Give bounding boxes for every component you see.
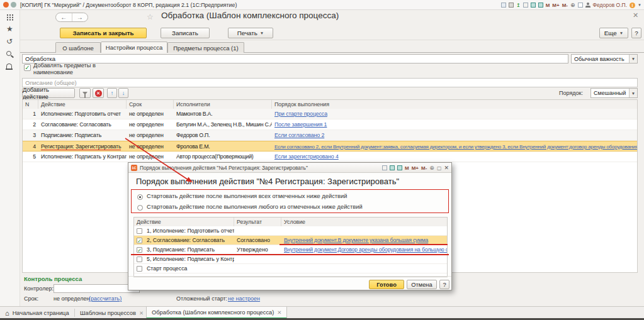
favorite-star-icon[interactable]: ☆ bbox=[147, 13, 154, 21]
column-header-action[interactable]: Действие bbox=[38, 100, 127, 109]
zoom-icon[interactable]: ⊕ bbox=[429, 165, 434, 171]
taskbar-tab-processing[interactable]: Обработка (Шаблон комплексного процесса)… bbox=[146, 307, 287, 319]
description-input[interactable] bbox=[22, 78, 638, 87]
column-header-result[interactable]: Результат bbox=[234, 218, 281, 226]
stop-icon[interactable]: ✕ bbox=[93, 88, 104, 98]
order-link[interactable]: Если зарегистрировано 4 bbox=[274, 153, 339, 160]
memory-m-button[interactable]: М bbox=[546, 3, 550, 8]
dependency-table: Действие Результат Условие 1, Исполнение… bbox=[133, 217, 448, 277]
cancel-button[interactable]: Отмена bbox=[407, 280, 437, 289]
info-icon[interactable]: i bbox=[630, 3, 635, 8]
calculator-icon[interactable] bbox=[538, 3, 543, 8]
maximize-icon[interactable]: ▢ bbox=[437, 165, 442, 171]
preview-icon[interactable] bbox=[382, 165, 387, 170]
memory-mplus-button[interactable]: М+ bbox=[412, 165, 419, 171]
table-row[interactable]: 3, Подписание: Подписать Утверждено Внут… bbox=[134, 245, 447, 255]
term-cell: не определен bbox=[127, 152, 174, 162]
column-header-performers[interactable]: Исполнители bbox=[174, 100, 272, 109]
order-select[interactable]: Смешанный ▼ bbox=[590, 88, 638, 98]
close-icon[interactable]: ✕ bbox=[633, 11, 638, 19]
table-row[interactable]: 1 Исполнение: Подготовить отчет не опред… bbox=[23, 109, 637, 119]
menu-grid-icon[interactable] bbox=[6, 14, 14, 21]
close-icon[interactable]: ✕ bbox=[444, 165, 449, 171]
dialog-titlebar[interactable]: 1С Порядок выполнения действия "№4 Регис… bbox=[128, 163, 451, 173]
zoom-icon[interactable]: ⊕ bbox=[570, 2, 575, 8]
row-checkbox[interactable] bbox=[137, 266, 142, 272]
table-row[interactable]: Старт процесса bbox=[134, 264, 447, 273]
importance-select[interactable]: Обычная важность ▼ bbox=[571, 54, 638, 63]
order-link[interactable]: Если согласовано 2 bbox=[274, 132, 324, 138]
row-checkbox[interactable] bbox=[137, 238, 142, 243]
controller-input[interactable] bbox=[54, 284, 140, 293]
column-header-term[interactable]: Срок bbox=[127, 100, 174, 109]
back-button[interactable]: ← bbox=[56, 13, 72, 21]
close-tab-icon[interactable]: ✕ bbox=[277, 309, 281, 316]
dialog-help-button[interactable]: ? bbox=[439, 280, 449, 289]
column-header-condition[interactable]: Условие bbox=[281, 218, 447, 226]
calculator-icon[interactable] bbox=[397, 165, 402, 170]
table-row[interactable]: 3 Подписание: Подписать не определен Фед… bbox=[23, 130, 637, 141]
preview-icon[interactable] bbox=[523, 3, 528, 8]
table-row-selected[interactable]: 4 Регистрация: Зарегистрировать не опред… bbox=[23, 141, 637, 152]
forward-button[interactable]: → bbox=[72, 13, 88, 21]
memory-m-button[interactable]: М bbox=[405, 165, 409, 171]
memory-mminus-button[interactable]: М- bbox=[562, 3, 568, 8]
add-subjects-checkbox[interactable] bbox=[24, 64, 31, 71]
os-titlebar: [КОПИЯ] ГК "Меркурий" / Документооборот … bbox=[0, 0, 644, 10]
taskbar-tab-home[interactable]: ⌂ Начальная страница bbox=[0, 307, 74, 319]
current-user[interactable]: Федоров О.П. bbox=[593, 2, 627, 8]
annotation-box bbox=[131, 189, 449, 213]
close-tab-icon[interactable]: ✕ bbox=[139, 310, 144, 316]
chevron-down-icon[interactable]: ▼ bbox=[629, 55, 637, 63]
move-up-button[interactable]: ↑ bbox=[107, 88, 117, 98]
tab-process-settings[interactable]: Настройки процесса bbox=[101, 41, 167, 53]
split-view-icon[interactable] bbox=[578, 3, 583, 8]
dialog-titlebar-text: Порядок выполнения действия "№4 Регистра… bbox=[140, 165, 308, 171]
column-header-order[interactable]: Порядок выполнения bbox=[272, 100, 637, 109]
history-icon[interactable]: ↺ bbox=[6, 38, 13, 45]
chevron-down-icon[interactable]: ▼ bbox=[629, 89, 637, 97]
calendar-icon[interactable] bbox=[531, 3, 536, 8]
order-link[interactable]: После завершения 1 bbox=[274, 121, 327, 128]
action-cell: 3, Подписание: Подписать bbox=[144, 245, 234, 254]
save-icon[interactable] bbox=[501, 3, 506, 8]
term-calculate-link[interactable]: (рассчитать) bbox=[89, 295, 121, 302]
row-checkbox[interactable] bbox=[137, 247, 142, 253]
import-icon[interactable]: ↥ bbox=[516, 3, 521, 8]
more-button[interactable]: Еще▼ bbox=[599, 28, 628, 38]
search-icon[interactable] bbox=[6, 51, 11, 56]
term-cell: не определен bbox=[127, 119, 174, 130]
notifications-bell-icon[interactable] bbox=[6, 63, 12, 69]
chevron-down-icon[interactable]: ▼ bbox=[638, 3, 641, 7]
move-down-button[interactable]: ↓ bbox=[118, 88, 128, 98]
importance-value: Обычная важность bbox=[572, 55, 629, 63]
print-icon[interactable] bbox=[509, 3, 514, 8]
memory-mplus-button[interactable]: М+ bbox=[552, 3, 559, 8]
help-button[interactable]: ? bbox=[631, 28, 641, 38]
order-link[interactable]: Если согласовано 2, если Внутренний доку… bbox=[274, 144, 637, 150]
taskbar-tab-templates[interactable]: Шаблоны процессов ✕ bbox=[75, 307, 149, 319]
save-button[interactable]: Записать bbox=[161, 28, 210, 38]
row-checkbox[interactable] bbox=[137, 257, 142, 262]
print-button[interactable]: Печать▼ bbox=[228, 28, 273, 38]
table-row[interactable]: 1, Исполнение: Подготовить отчет bbox=[134, 226, 447, 236]
column-header-action[interactable]: Действие bbox=[134, 218, 234, 226]
filter-icon[interactable] bbox=[79, 88, 91, 98]
deferred-start-link[interactable]: не настроен bbox=[228, 295, 260, 302]
table-row[interactable]: 5 Исполнение: Подписать у Контрагента не… bbox=[23, 152, 637, 162]
done-button[interactable]: Готово bbox=[369, 280, 404, 289]
table-row[interactable]: 2 Согласование: Согласовать не определен… bbox=[23, 119, 637, 130]
row-checkbox[interactable] bbox=[137, 228, 142, 234]
memory-mminus-button[interactable]: М- bbox=[421, 165, 427, 171]
calendar-icon[interactable] bbox=[390, 165, 395, 170]
add-action-button[interactable]: Добавить действие bbox=[22, 88, 75, 98]
condition-link[interactable]: Внутренний документ.Договор аренды обору… bbox=[284, 246, 447, 253]
table-row[interactable]: 5, Исполнение: Подписать у Контрагента bbox=[134, 255, 447, 264]
condition-link[interactable]: Внутренний документ.В документе указана … bbox=[284, 237, 428, 243]
tab-process-subjects[interactable]: Предметы процесса (1) bbox=[167, 42, 244, 53]
save-close-button[interactable]: Записать и закрыть bbox=[60, 28, 147, 38]
column-header-n[interactable]: N bbox=[23, 100, 38, 109]
favorites-star-icon[interactable]: ★ bbox=[6, 25, 13, 33]
order-link[interactable]: При старте процесса bbox=[274, 111, 327, 117]
tab-about-template[interactable]: О шаблоне bbox=[55, 42, 101, 53]
